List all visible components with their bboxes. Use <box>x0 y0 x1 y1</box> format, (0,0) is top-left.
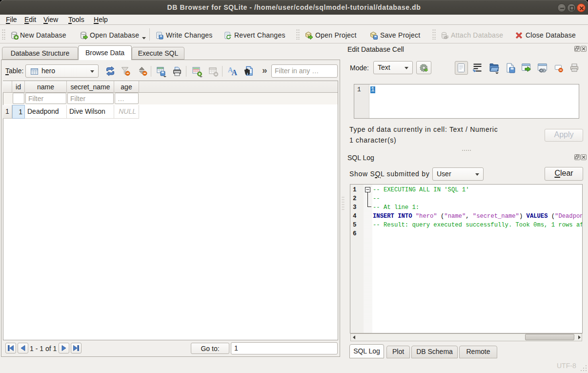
svg-text:A: A <box>232 68 238 77</box>
